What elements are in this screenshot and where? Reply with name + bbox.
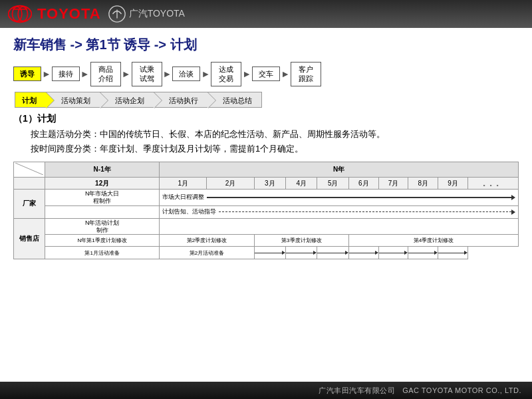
toyota-logo: TOYOTA <box>8 5 101 23</box>
gac-toyota-logo: 广汽TOYOTA <box>108 5 185 23</box>
maker-bar2-cell: 计划告知、活动指导 <box>160 205 519 218</box>
dealer-r2-c12: N年第1季度计划修改 <box>45 235 160 247</box>
month-3: 3月 <box>254 178 285 190</box>
diagonal-line-icon <box>15 163 43 175</box>
dealer-r1-c12: N年活动计划制作 <box>45 218 160 235</box>
maker-r1-c12: N年市场大日程制作 <box>45 190 160 206</box>
footer-company-cn: 广汽丰田汽车有限公司 <box>319 386 402 396</box>
maker-r2-c12 <box>45 205 160 218</box>
dealer-month2-cell: 第2月活动准备 <box>160 247 254 259</box>
step-kehu: 客户跟踪 <box>291 62 321 86</box>
month-2: 2月 <box>207 178 254 190</box>
toyota-emblem-icon <box>8 5 32 23</box>
maker-label: 厂家 <box>14 190 45 219</box>
desc-para-2: 按时间跨度分类：年度计划、季度计划及月计划等，需提前1个月确定。 <box>13 142 519 156</box>
dealer-arr7 <box>438 247 468 259</box>
dealer-q3-cell: 第3季度计划修改 <box>254 235 348 247</box>
arrow-4: ► <box>163 69 172 78</box>
desc-section: （1）计划 按主题活动分类：中国的传统节日、长假、本店的纪念性活动、新产品、周期… <box>13 113 519 157</box>
arrow-5: ► <box>201 69 210 78</box>
month-5: 5月 <box>317 178 348 190</box>
arrow-3: ► <box>122 69 131 78</box>
svg-line-5 <box>15 163 43 175</box>
step-youdao: 诱导 <box>13 66 41 81</box>
dealer-row1-empty <box>160 218 519 235</box>
month-6: 6月 <box>348 178 378 190</box>
sub-step-plan: 计划 <box>15 92 47 108</box>
month-8: 8月 <box>408 178 438 190</box>
dealer-arr4 <box>348 247 378 259</box>
n1-year-header: N-1年 <box>45 162 160 178</box>
step-jiedai: 接待 <box>52 66 80 81</box>
gac-brand-text: 广汽TOYOTA <box>129 8 185 20</box>
process-flow: 诱导 ► 接待 ► 商品介绍 ► 试乘试驾 ► 洽谈 ► 达成交易 ► 交车 ►… <box>13 62 519 86</box>
dealer-arr3 <box>317 247 348 259</box>
arrow-6: ► <box>242 69 251 78</box>
month-dots: 。。。 <box>467 178 518 190</box>
empty-label <box>14 178 45 190</box>
dealer-arr2 <box>286 247 317 259</box>
section-title: （1）计划 <box>13 113 519 125</box>
diag-cell <box>14 162 45 178</box>
month-4: 4月 <box>286 178 317 190</box>
dealer-arr6 <box>408 247 438 259</box>
month-7: 7月 <box>378 178 408 190</box>
step-dacheng: 达成交易 <box>211 62 241 86</box>
page-title: 新车销售 -> 第1节 诱导 -> 计划 <box>13 36 519 54</box>
main-content: 新车销售 -> 第1节 诱导 -> 计划 诱导 ► 接待 ► 商品介绍 ► 试乘… <box>0 28 532 265</box>
desc-para-1: 按主题活动分类：中国的传统节日、长假、本店的纪念性活动、新产品、周期性服务活动等… <box>13 128 519 142</box>
header: TOYOTA 广汽TOYOTA <box>0 0 532 28</box>
toyota-brand-text: TOYOTA <box>37 5 101 23</box>
timeline-table-wrapper: N-1年 N年 12月 1月 2月 3月 4月 5月 6月 7月 8月 9月 。… <box>13 162 519 259</box>
month-1: 1月 <box>160 178 207 190</box>
timeline-table: N-1年 N年 12月 1月 2月 3月 4月 5月 6月 7月 8月 9月 。… <box>13 162 519 259</box>
month-12: 12月 <box>45 178 160 190</box>
footer: 广汽丰田汽车有限公司 GAC TOYOTA MOTOR CO., LTD. <box>0 382 532 399</box>
step-shangpin: 商品介绍 <box>90 62 121 86</box>
arrow-7: ► <box>281 69 290 78</box>
dealer-arr5 <box>378 247 408 259</box>
step-qiatan: 洽谈 <box>172 66 200 81</box>
arrow-1: ► <box>42 69 51 78</box>
gac-emblem-icon <box>108 5 126 23</box>
step-jiaoche: 交车 <box>252 66 280 81</box>
n-year-header: N年 <box>160 162 519 178</box>
maker-bar1-cell: 市场大日程调整 <box>160 190 519 206</box>
month-9: 9月 <box>438 178 468 190</box>
dealer-r3-c12: 第1月活动准备 <box>45 247 160 259</box>
dealer-q2-cell: 第2季度计划修改 <box>160 235 254 247</box>
dealer-label: 销售店 <box>14 218 45 259</box>
footer-company-en: GAC TOYOTA MOTOR CO., LTD. <box>402 386 521 394</box>
dealer-arr1 <box>254 247 285 259</box>
step-shicheng: 试乘试驾 <box>132 62 162 86</box>
dealer-q4-cell: 第4季度计划修改 <box>348 235 518 247</box>
sub-flow: 计划 活动策划 活动企划 活动执行 活动总结 <box>15 92 519 108</box>
arrow-2: ► <box>80 69 90 78</box>
